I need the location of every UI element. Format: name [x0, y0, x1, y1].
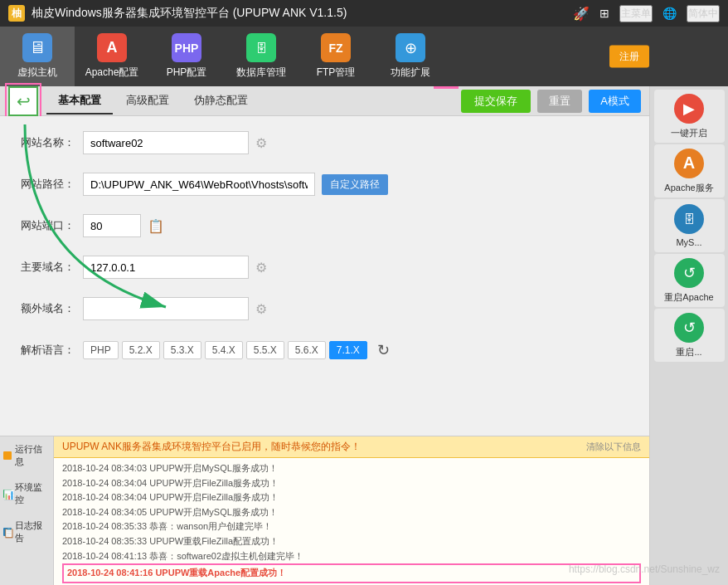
log-entry-3: 2018-10-24 08:34:05 UPUPW开启MySQL服务成功！ — [62, 505, 641, 520]
site-path-input[interactable] — [83, 173, 315, 196]
right-sidebar-restart-apache[interactable]: ↺ 重启Apache — [654, 254, 725, 307]
nav-label-db: 数据库管理 — [236, 66, 286, 80]
right-sidebar-mysql[interactable]: 🗄 MyS... — [654, 199, 725, 252]
extra-domain-label: 额外域名： — [17, 301, 83, 316]
run-info-label: 运行信息 — [15, 443, 50, 468]
amode-btn[interactable]: A模式 — [589, 90, 641, 113]
log-entry-5: 2018-10-24 08:35:33 UPUPW重载FileZilla配置成功… — [62, 534, 641, 549]
extra-domain-info-icon[interactable]: ⚙ — [255, 301, 267, 317]
site-name-input[interactable] — [83, 131, 249, 154]
site-path-label: 网站路径： — [17, 177, 83, 192]
nav-item-vm[interactable]: 🖥 虚拟主机 — [0, 27, 75, 86]
site-port-label: 网站端口： — [17, 218, 83, 233]
php-ver-php[interactable]: PHP — [83, 341, 119, 359]
nav-right-area: 注册 — [609, 46, 649, 68]
custom-path-btn[interactable]: 自定义路径 — [322, 174, 388, 195]
log-entry-0: 2018-10-24 08:34:03 UPUPW开启MySQL服务成功！ — [62, 461, 641, 476]
bottom-area: 运行信息 📊 环境监控 📋 日志报告 UPUPW ANK服务器集成环境智控平台已… — [0, 436, 649, 585]
sidebar-run-info[interactable]: 运行信息 — [0, 436, 53, 475]
refresh-icon[interactable]: ↻ — [377, 341, 390, 359]
sidebar-log-report[interactable]: 📋 日志报告 — [0, 513, 53, 551]
extra-domain-input[interactable] — [83, 297, 249, 320]
php-icon: PHP — [172, 33, 201, 62]
nav-label-php: PHP配置 — [167, 66, 207, 80]
bottom-sidebar: 运行信息 📊 环境监控 📋 日志报告 — [0, 436, 54, 585]
nav-item-ext[interactable]: ⊕ 功能扩展 — [373, 27, 448, 86]
nav-item-apache[interactable]: A Apache配置 — [75, 27, 149, 86]
site-name-info-icon[interactable]: ⚙ — [255, 135, 267, 151]
register-btn[interactable]: 注册 — [609, 46, 649, 68]
sidebar-env-monitor[interactable]: 📊 环境监控 — [0, 475, 53, 513]
copy-icon[interactable]: 📋 — [148, 218, 164, 234]
lang-btn[interactable]: 简体中 — [687, 5, 720, 22]
nav-item-ftp[interactable]: FZ FTP管理 — [298, 27, 373, 86]
main-domain-label: 主要域名： — [17, 260, 83, 275]
parse-lang-row: 解析语言： PHP 5.2.X 5.3.X 5.4.X 5.5.X 5.6.X … — [17, 337, 633, 363]
reset-btn[interactable]: 重置 — [537, 90, 582, 113]
app-icon: 柚 — [8, 5, 25, 22]
run-info-dot — [3, 451, 12, 460]
php-ver-54[interactable]: 5.4.X — [205, 341, 243, 359]
right-sidebar: ▶ 一键开启 A Apache服务 🗄 MyS... ↺ 重启Apache ↺ … — [649, 86, 728, 585]
log-label: 日志报告 — [15, 519, 50, 544]
content-area: ↩ 基本配置 高级配置 伪静态配置 提交保存 重置 A模式 — [0, 86, 649, 585]
ext-icon: ⊕ — [396, 33, 425, 62]
save-btn[interactable]: 提交保存 — [461, 90, 531, 113]
site-name-label: 网站名称： — [17, 135, 83, 150]
restart-more-icon: ↺ — [674, 313, 704, 343]
apache-service-icon: A — [674, 149, 704, 178]
log-dot: 📋 — [3, 528, 12, 536]
tab-advanced[interactable]: 高级配置 — [114, 88, 181, 115]
nav-label-vm: 虚拟主机 — [17, 66, 57, 80]
site-path-row: 网站路径： 自定义路径 — [17, 171, 633, 197]
tab-actions: 提交保存 重置 A模式 — [461, 90, 641, 113]
log-entry-1: 2018-10-24 08:34:04 UPUPW开启FileZilla服务成功… — [62, 476, 641, 491]
vm-icon: 🖥 — [22, 33, 52, 62]
env-dot: 📊 — [3, 490, 12, 498]
php-ver-56[interactable]: 5.6.X — [288, 341, 326, 359]
mysql-label: MyS... — [676, 237, 701, 247]
php-ver-55[interactable]: 5.5.X — [246, 341, 284, 359]
php-versions-group: PHP 5.2.X 5.3.X 5.4.X 5.5.X 5.6.X 7.1.X … — [83, 341, 390, 359]
nav-label-apache: Apache配置 — [85, 66, 139, 80]
right-sidebar-restart-more[interactable]: ↺ 重启... — [654, 309, 725, 362]
log-entry-4: 2018-10-24 08:35:33 恭喜：wanson用户创建完毕！ — [62, 519, 641, 534]
extra-domain-row: 额外域名： ⚙ — [17, 295, 633, 322]
back-arrow-icon: ↩ — [17, 91, 31, 111]
main-domain-input[interactable] — [83, 256, 249, 279]
title-bar: 柚 柚皮Windows服务器集成环境智控平台 (UPUPW ANK V1.1.5… — [0, 0, 728, 27]
ftp-icon: FZ — [321, 33, 351, 62]
nav-item-php[interactable]: PHP PHP配置 — [149, 27, 224, 86]
main-domain-info-icon[interactable]: ⚙ — [255, 260, 267, 275]
nav-item-db[interactable]: 🗄 数据库管理 — [224, 27, 298, 86]
nav-bar: 🖥 虚拟主机 A Apache配置 PHP PHP配置 🗄 数据库管理 FZ F… — [0, 27, 728, 86]
tab-basic[interactable]: 基本配置 — [46, 88, 113, 115]
nav-label-ftp: FTP管理 — [317, 66, 356, 80]
right-sidebar-apache-service[interactable]: A Apache服务 — [654, 144, 725, 197]
sub-nav: ↩ 基本配置 高级配置 伪静态配置 提交保存 重置 A模式 — [0, 86, 649, 116]
bottom-log-content: UPUPW ANK服务器集成环境智控平台已启用，随时恭候您的指令！ 清除以下信息… — [54, 436, 649, 585]
log-entry-2: 2018-10-24 08:34:04 UPUPW开启FileZilla服务成功… — [62, 490, 641, 505]
back-button[interactable]: ↩ — [8, 86, 38, 116]
php-ver-71[interactable]: 7.1.X — [329, 341, 367, 359]
tab-static[interactable]: 伪静态配置 — [182, 88, 260, 115]
log-entry-7: 2018-10-24 08:41:16 UPUPW重载Apache配置成功！ — [62, 563, 641, 583]
main-menu-btn[interactable]: 主菜单 — [619, 5, 653, 22]
apache-icon: A — [97, 33, 127, 62]
one-click-icon: ▶ — [674, 94, 704, 124]
log-clear-btn[interactable]: 清除以下信息 — [586, 441, 641, 453]
parse-lang-label: 解析语言： — [17, 343, 83, 358]
globe-icon: 🌐 — [662, 7, 677, 20]
php-ver-53[interactable]: 5.3.X — [163, 341, 201, 359]
form-area: 网站名称： ⚙ 网站路径： 自定义路径 网站端口： 📋 主要域名： ⚙ — [0, 116, 649, 436]
log-entries: 2018-10-24 08:34:03 UPUPW开启MySQL服务成功！ 20… — [54, 458, 649, 585]
site-port-input[interactable] — [83, 214, 141, 237]
php-ver-52[interactable]: 5.2.X — [122, 341, 160, 359]
one-click-label: 一键开启 — [671, 127, 707, 139]
log-entry-6: 2018-10-24 08:41:13 恭喜：software02虚拟主机创建完… — [62, 549, 641, 564]
env-label: 环境监控 — [15, 481, 50, 506]
right-sidebar-one-click[interactable]: ▶ 一键开启 — [654, 90, 725, 143]
restart-more-label: 重启... — [676, 346, 701, 358]
nav-label-ext: 功能扩展 — [391, 66, 430, 80]
rocket-icon: 🚀 — [573, 6, 590, 22]
